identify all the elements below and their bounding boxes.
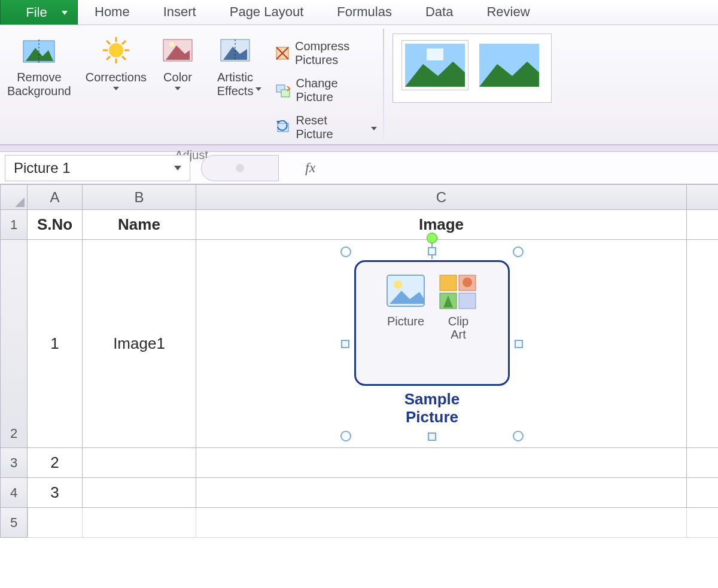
compress-pictures-label: Compress Pictures — [295, 39, 377, 67]
cell-D3[interactable] — [687, 448, 718, 478]
change-picture-icon — [275, 82, 291, 99]
cell-D2[interactable] — [687, 240, 718, 448]
cell-B3[interactable] — [83, 448, 196, 478]
svg-point-33 — [463, 278, 472, 287]
cell-D1[interactable] — [687, 210, 718, 240]
column-headers: A B C — [0, 185, 718, 210]
resize-handle-n[interactable] — [428, 247, 436, 255]
col-header-C[interactable]: C — [196, 185, 687, 210]
select-all-corner[interactable] — [0, 185, 28, 210]
color-icon — [161, 33, 194, 67]
corrections-label: Corrections — [86, 71, 147, 84]
fx-label[interactable]: fx — [305, 160, 315, 176]
style-thumb-1[interactable] — [401, 40, 468, 90]
cell-A3[interactable]: 2 — [28, 448, 83, 478]
svg-line-8 — [107, 41, 110, 44]
cell-A2[interactable]: 1 — [28, 240, 83, 448]
dropdown-icon — [255, 87, 261, 91]
worksheet: A B C 1 S.No Name Image 2 1 Image1 Pictu… — [0, 184, 718, 538]
col-header-next[interactable] — [687, 185, 718, 210]
insert-clipart-button[interactable]: Clip Art — [437, 273, 479, 341]
dropdown-icon — [175, 87, 181, 90]
remove-background-button[interactable]: Remove Background — [0, 25, 78, 98]
tab-file[interactable]: File — [0, 0, 78, 25]
resize-handle-e[interactable] — [515, 340, 523, 348]
resize-handle-ne[interactable] — [513, 246, 524, 257]
ribbon-tabs: File Home Insert Page Layout Formulas Da… — [0, 0, 718, 25]
col-header-B[interactable]: B — [83, 185, 196, 210]
change-picture-button[interactable]: Change Picture — [269, 72, 383, 109]
insert-picture-button[interactable]: Picture — [385, 273, 427, 328]
row-header-3[interactable]: 3 — [0, 448, 28, 478]
color-button[interactable]: Color — [154, 25, 202, 90]
svg-rect-25 — [427, 48, 443, 60]
compress-pictures-icon — [275, 45, 290, 62]
reset-picture-icon — [275, 119, 291, 136]
name-box[interactable]: Picture 1 — [5, 155, 190, 181]
resize-handle-s[interactable] — [428, 432, 436, 441]
tab-insert[interactable]: Insert — [147, 0, 213, 25]
resize-handle-w[interactable] — [341, 340, 349, 348]
row-4: 4 3 — [0, 478, 718, 508]
row-header-1[interactable]: 1 — [0, 210, 28, 240]
tab-formulas[interactable]: Formulas — [320, 0, 409, 25]
cell-C5[interactable] — [196, 508, 687, 538]
cell-B1[interactable]: Name — [83, 210, 196, 240]
col-header-A[interactable]: A — [28, 185, 83, 210]
dropdown-icon — [113, 87, 119, 90]
row-header-4[interactable]: 4 — [0, 478, 28, 508]
style-thumb-2[interactable] — [476, 40, 543, 90]
resize-handle-nw[interactable] — [340, 246, 351, 257]
cell-B5[interactable] — [83, 508, 196, 538]
picture-styles-gallery[interactable] — [393, 33, 552, 103]
fn-dot-icon — [236, 164, 244, 172]
dropdown-icon — [174, 166, 181, 170]
color-label: Color — [163, 71, 192, 84]
cell-A4[interactable]: 3 — [28, 478, 83, 508]
corrections-button[interactable]: Corrections — [78, 25, 154, 90]
insert-picture-label: Picture — [387, 315, 424, 328]
reset-picture-button[interactable]: Reset Picture — [269, 109, 383, 146]
artistic-effects-button[interactable]: Artistic Effects — [202, 25, 269, 91]
cell-B2[interactable]: Image1 — [83, 240, 196, 448]
rotation-handle[interactable] — [427, 233, 437, 243]
svg-rect-31 — [440, 275, 457, 291]
change-picture-label: Change Picture — [296, 77, 377, 104]
row-3: 3 2 — [0, 448, 718, 478]
artistic-effects-icon — [218, 33, 252, 67]
svg-rect-20 — [281, 90, 290, 97]
cell-C4[interactable] — [196, 478, 687, 508]
svg-point-29 — [394, 281, 402, 289]
cell-D4[interactable] — [687, 478, 718, 508]
svg-rect-36 — [459, 293, 476, 309]
insert-function-area[interactable] — [201, 155, 279, 181]
resize-handle-sw[interactable] — [340, 431, 351, 441]
svg-point-3 — [109, 43, 123, 57]
compress-pictures-button[interactable]: Compress Pictures — [269, 35, 383, 72]
cell-C2[interactable]: Picture Clip Art Samp — [196, 240, 687, 448]
picture-content: Picture Clip Art — [354, 260, 510, 386]
name-box-value: Picture 1 — [14, 160, 71, 176]
svg-point-14 — [169, 42, 174, 47]
row-1: 1 S.No Name Image — [0, 210, 718, 240]
tab-review[interactable]: Review — [470, 0, 546, 25]
tab-home[interactable]: Home — [78, 0, 147, 25]
cell-D5[interactable] — [687, 508, 718, 538]
remove-background-icon — [22, 33, 56, 67]
cell-A5[interactable] — [28, 508, 83, 538]
selected-picture-object[interactable]: Picture Clip Art Samp — [346, 252, 518, 436]
tab-data[interactable]: Data — [409, 0, 470, 25]
cell-C1[interactable]: Image — [196, 210, 687, 240]
dropdown-icon — [371, 127, 377, 130]
corrections-icon — [99, 33, 133, 67]
resize-handle-se[interactable] — [513, 431, 524, 441]
row-5: 5 — [0, 508, 718, 538]
artistic-effects-label: Artistic Effects — [217, 71, 254, 98]
cell-B4[interactable] — [83, 478, 196, 508]
cell-C3[interactable] — [196, 448, 687, 478]
row-header-5[interactable]: 5 — [0, 508, 28, 538]
tab-page-layout[interactable]: Page Layout — [213, 0, 321, 25]
ribbon-body: Remove Background — [0, 25, 718, 145]
row-header-2[interactable]: 2 — [0, 240, 28, 448]
cell-A1[interactable]: S.No — [28, 210, 83, 240]
